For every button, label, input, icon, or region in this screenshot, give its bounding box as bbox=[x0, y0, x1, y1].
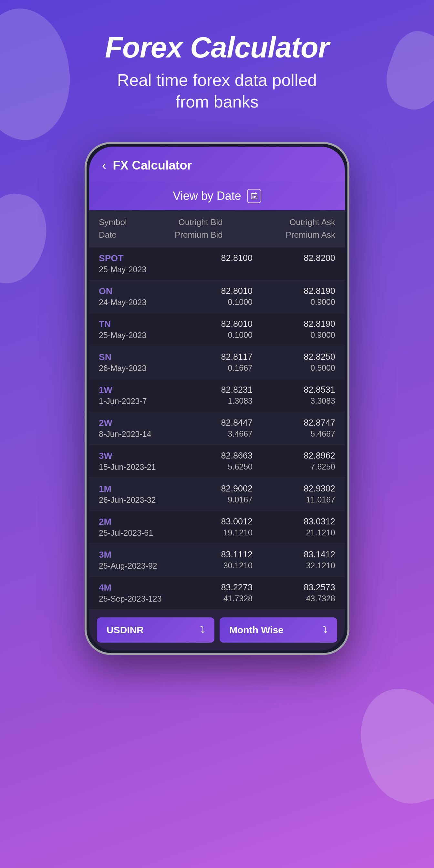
row-bid-main: 83.0012 bbox=[221, 517, 252, 526]
currency-label: USDINR bbox=[106, 624, 144, 636]
table-row: 1W 1-Jun-2023-7 82.8231 1.3083 82.8531 3… bbox=[89, 379, 345, 412]
row-ask-main: 82.8747 bbox=[304, 418, 335, 428]
col-symbol-date: Symbol Date bbox=[99, 216, 127, 241]
row-symbol: 3M bbox=[99, 550, 170, 560]
mode-dropdown[interactable]: Month Wise ⤵ bbox=[220, 617, 337, 643]
row-bid: 82.8231 1.3083 bbox=[194, 385, 252, 406]
table-row: SPOT 25-May-2023 82.8100 82.8200 bbox=[89, 247, 345, 280]
row-date: 26-May-2023 bbox=[99, 364, 170, 373]
row-bid-main: 82.8117 bbox=[221, 352, 252, 362]
row-date: 1-Jun-2023-7 bbox=[99, 397, 170, 406]
row-ask-main: 82.8962 bbox=[304, 451, 335, 461]
row-ask: 82.8190 0.9000 bbox=[277, 286, 335, 307]
row-bid: 82.8117 0.1667 bbox=[194, 352, 252, 373]
row-date: 25-Jul-2023-61 bbox=[99, 528, 170, 538]
svg-rect-7 bbox=[252, 197, 253, 198]
row-ask: 82.8190 0.9000 bbox=[277, 319, 335, 340]
row-symbol: 1M bbox=[99, 484, 170, 494]
row-bid: 83.1112 30.1210 bbox=[194, 550, 252, 570]
row-ask: 83.0312 21.1210 bbox=[277, 517, 335, 537]
data-table: SPOT 25-May-2023 82.8100 82.8200 ON 24-M… bbox=[89, 247, 345, 610]
row-date: 25-Sep-2023-123 bbox=[99, 594, 170, 603]
row-bid: 82.8447 3.4667 bbox=[194, 418, 252, 438]
app-bar-title: FX Calculator bbox=[113, 159, 192, 173]
row-bid-main: 82.8663 bbox=[221, 451, 252, 461]
row-ask-main: 82.8190 bbox=[304, 286, 335, 296]
row-ask-main: 82.8250 bbox=[304, 352, 335, 362]
row-bid: 83.0012 19.1210 bbox=[194, 517, 252, 537]
svg-rect-6 bbox=[255, 196, 256, 197]
row-symbol: 1W bbox=[99, 385, 170, 395]
row-bid: 82.9002 9.0167 bbox=[194, 484, 252, 504]
decorative-blob-br bbox=[349, 678, 434, 813]
row-ask: 82.8250 0.5000 bbox=[277, 352, 335, 373]
mode-chevron-icon: ⤵ bbox=[323, 625, 328, 635]
table-row: 2M 25-Jul-2023-61 83.0012 19.1210 83.031… bbox=[89, 511, 345, 544]
row-ask: 83.2573 43.7328 bbox=[277, 583, 335, 603]
row-bid: 82.8663 5.6250 bbox=[194, 451, 252, 471]
row-symbol: 4M bbox=[99, 583, 170, 593]
row-bid-main: 82.9002 bbox=[221, 484, 252, 493]
table-row: ON 24-May-2023 82.8010 0.1000 82.8190 0.… bbox=[89, 280, 345, 313]
row-bid: 83.2273 41.7328 bbox=[194, 583, 252, 603]
row-bid-main: 83.1112 bbox=[221, 550, 252, 559]
row-symbol-date: 2M 25-Jul-2023-61 bbox=[99, 517, 170, 538]
row-symbol-date: 1W 1-Jun-2023-7 bbox=[99, 385, 170, 406]
row-ask-main: 82.8531 bbox=[304, 385, 335, 395]
row-symbol-date: SPOT 25-May-2023 bbox=[99, 253, 170, 274]
row-symbol-date: 4M 25-Sep-2023-123 bbox=[99, 583, 170, 603]
svg-rect-5 bbox=[254, 196, 255, 197]
decorative-blob-tl bbox=[0, 0, 90, 151]
view-date-label: View by Date bbox=[173, 189, 241, 203]
row-ask: 82.8200 bbox=[277, 253, 335, 263]
row-symbol: 2W bbox=[99, 418, 170, 428]
row-symbol-date: 2W 8-Jun-2023-14 bbox=[99, 418, 170, 439]
row-bid-main: 82.8231 bbox=[221, 385, 252, 395]
row-symbol-date: SN 26-May-2023 bbox=[99, 352, 170, 373]
row-date: 25-May-2023 bbox=[99, 331, 170, 340]
table-row: 2W 8-Jun-2023-14 82.8447 3.4667 82.8747 … bbox=[89, 412, 345, 445]
row-symbol: 3W bbox=[99, 451, 170, 461]
back-button[interactable]: ‹ bbox=[102, 158, 106, 173]
phone-inner-frame: ‹ FX Calculator View by Date bbox=[89, 147, 345, 650]
row-date: 24-May-2023 bbox=[99, 298, 170, 307]
row-symbol-date: 3M 25-Aug-2023-92 bbox=[99, 550, 170, 570]
svg-rect-8 bbox=[254, 197, 255, 198]
col-outright-premium-bid: Outright Bid Premium Bid bbox=[175, 216, 223, 241]
table-row: 3M 25-Aug-2023-92 83.1112 30.1210 83.141… bbox=[89, 544, 345, 577]
row-ask-main: 83.0312 bbox=[304, 517, 335, 526]
app-subtitle: Real time forex data polledfrom banks bbox=[105, 69, 329, 113]
row-bid: 82.8010 0.1000 bbox=[194, 286, 252, 307]
bottom-bar: USDINR ⤵ Month Wise ⤵ bbox=[89, 610, 345, 650]
row-ask-main: 82.8200 bbox=[304, 253, 335, 263]
row-bid-main: 82.8010 bbox=[221, 319, 252, 329]
row-ask-main: 83.1412 bbox=[304, 550, 335, 559]
row-ask-main: 83.2573 bbox=[304, 583, 335, 592]
row-symbol: 2M bbox=[99, 517, 170, 527]
row-ask-main: 82.9302 bbox=[304, 484, 335, 493]
row-bid-main: 82.8100 bbox=[221, 253, 252, 263]
row-ask: 83.1412 32.1210 bbox=[277, 550, 335, 570]
calendar-icon[interactable] bbox=[247, 189, 261, 203]
row-ask: 82.9302 11.0167 bbox=[277, 484, 335, 504]
col-outright-premium-ask: Outright Ask Premium Ask bbox=[271, 216, 335, 241]
row-ask-main: 82.8190 bbox=[304, 319, 335, 329]
hero-section: Forex Calculator Real time forex data po… bbox=[105, 32, 329, 113]
row-bid-main: 82.8010 bbox=[221, 286, 252, 296]
row-symbol-date: TN 25-May-2023 bbox=[99, 319, 170, 340]
view-date-header[interactable]: View by Date bbox=[89, 182, 345, 210]
svg-rect-4 bbox=[252, 196, 253, 197]
app-bar: ‹ FX Calculator bbox=[89, 147, 345, 182]
table-row: 1M 26-Jun-2023-32 82.9002 9.0167 82.9302… bbox=[89, 478, 345, 511]
table-row: 4M 25-Sep-2023-123 83.2273 41.7328 83.25… bbox=[89, 577, 345, 610]
row-bid: 82.8100 bbox=[194, 253, 252, 263]
row-symbol: TN bbox=[99, 319, 170, 330]
row-bid-main: 83.2273 bbox=[221, 583, 252, 592]
row-date: 8-Jun-2023-14 bbox=[99, 430, 170, 439]
row-symbol-date: 1M 26-Jun-2023-32 bbox=[99, 484, 170, 505]
currency-chevron-icon: ⤵ bbox=[200, 625, 205, 635]
currency-dropdown[interactable]: USDINR ⤵ bbox=[97, 617, 214, 643]
row-date: 26-Jun-2023-32 bbox=[99, 495, 170, 505]
table-row: TN 25-May-2023 82.8010 0.1000 82.8190 0.… bbox=[89, 313, 345, 346]
mode-label: Month Wise bbox=[229, 624, 283, 636]
